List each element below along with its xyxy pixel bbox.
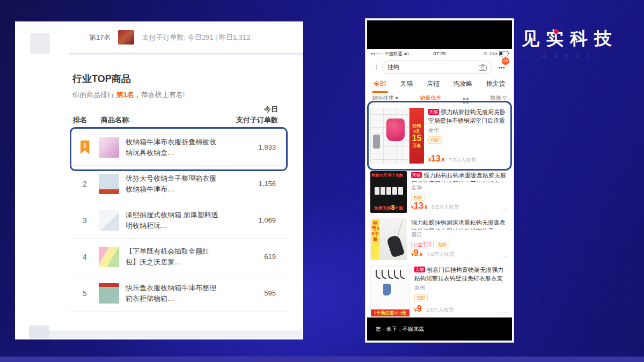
- sort-dropdown[interactable]: 综合排序 ▾: [372, 94, 398, 102]
- table-row: 3 泽熙抽屉式收纳箱 加厚塑料透明收纳柜玩… 1,069: [71, 202, 288, 238]
- top-products-table: 排名 商品名称 今日 支付子订单数 1 收纳箱牛津布衣服折叠棉被收纳玩具收纳盒……: [71, 104, 288, 312]
- caption-text: 第一拿下，不服来战: [376, 326, 424, 333]
- previous-order-stats: 支付子订单数: 今日291 | 昨日1,312: [142, 33, 250, 42]
- promo-banner: 2个装仅需12.9元: [371, 309, 409, 316]
- free-shipping-badge: 包邮: [414, 294, 428, 301]
- previous-product-thumbnail: [118, 30, 134, 45]
- section-divider: [69, 53, 303, 55]
- product-image: 承重20斤 坏了包换 加厚无痕8个装: [370, 171, 407, 213]
- rank-number: 2: [71, 180, 99, 188]
- search-results-list: 狂销 8月 15 万套 天猫强力粘胶挂钩无痕厨房卧室墙壁挂不锈钢浴室门后承重粘钩…: [367, 104, 512, 317]
- tmall-badge: 天猫: [411, 172, 422, 178]
- tab-all[interactable]: 全部: [374, 79, 386, 88]
- tmall-badge: 天猫: [414, 267, 425, 272]
- product-title: 泽熙抽屉式收纳箱 加厚塑料透明收纳柜玩…: [126, 210, 221, 231]
- promo-text: 承重20斤 坏了包换: [371, 173, 406, 178]
- product-title: 天猫强力粘胶挂钩无痕厨房卧室墙壁挂不锈钢浴室门后承重粘钩吸盘粘: [428, 108, 508, 125]
- product-title: 收纳箱牛津布衣服折叠棉被收纳玩具收纳盒…: [126, 137, 221, 158]
- product-title: 【下单既有机会抽取全额红包】沃之沃居家…: [126, 246, 221, 267]
- header-today-orders: 今日 支付子订单数: [214, 104, 288, 125]
- product-thumbnail: [99, 137, 119, 158]
- seller-location: 泉州: [414, 284, 508, 292]
- table-row: 1 收纳箱牛津布衣服折叠棉被收纳玩具收纳盒… 1,933: [71, 129, 288, 165]
- ranking-panel: 第17名 支付子订单数: 今日291 | 昨日1,312 行业TOP商品 你的商…: [15, 21, 303, 339]
- header-rank: 排名: [71, 115, 101, 125]
- clock-label: 07:29: [434, 51, 446, 56]
- product-title: 天猫强力粘钩挂钩承重吸盘粘胶无痕厨房钩子壁挂墙壁墙上不粘贴浴室: [411, 171, 508, 182]
- grid-view-icon[interactable]: [463, 98, 465, 100]
- search-bar: 〈 挂钩 ⋯ 25: [367, 58, 512, 76]
- free-shipping-badge: 包邮: [411, 194, 425, 201]
- brand-logo: 见实科技 JIANSHI: [522, 27, 618, 59]
- back-chevron-icon[interactable]: 〈: [371, 63, 378, 72]
- product-thumbnail: [99, 283, 119, 304]
- free-shipping-badge: 包邮: [436, 241, 449, 248]
- table-row: 5 快乐鱼衣服收纳箱牛津布整理箱衣柜储物箱… 595: [71, 275, 288, 312]
- table-row: 2 优芬大号收纳盒子整理箱衣服收纳箱牛津布… 1,156: [71, 165, 288, 202]
- rank-number: 5: [71, 289, 99, 298]
- seller-location: 宿迁: [411, 231, 508, 239]
- product-image: 狂销 8月 15 万套: [370, 108, 424, 164]
- slide: 第17名 支付子订单数: 今日291 | 昨日1,312 行业TOP商品 你的商…: [0, 0, 644, 362]
- charity-badge: 公益宝贝: [411, 241, 434, 248]
- subtitle-prefix: 你的商品排行: [72, 91, 116, 99]
- subtitle-suffix: 恭喜榜上有名!: [141, 91, 185, 99]
- rotation-lock-icon: ⊙: [483, 51, 487, 56]
- tab-tmall[interactable]: 天猫: [400, 79, 413, 88]
- table-row: 4 【下单既有机会抽取全额红包】沃之沃居家… 619: [71, 238, 288, 275]
- tab-strategy[interactable]: 淘攻略: [453, 79, 473, 88]
- price: ¥13.8: [428, 154, 444, 164]
- ellipsis-menu-icon[interactable]: ⋯: [499, 64, 506, 72]
- product-image: 2个装仅需12.9元: [370, 265, 410, 317]
- more-options-icon[interactable]: ⋯: [501, 206, 508, 213]
- free-shipping-badge: 包邮: [428, 136, 442, 144]
- more-options-icon[interactable]: ⋯: [501, 159, 508, 166]
- sort-by-sales[interactable]: 销量优先: [420, 94, 441, 102]
- section-subtitle: 你的商品排行 第1名，恭喜榜上有名!: [72, 90, 185, 100]
- logo-red-dot-icon: [554, 29, 559, 34]
- phone-screenshot: ●●○○○ 中国联通 4G 07:29 ⊙ 33% 〈 挂钩: [365, 18, 514, 343]
- tab-picks[interactable]: 挑尖货: [486, 79, 506, 88]
- product-card[interactable]: 狂销 8月 15 万套 天猫强力粘胶挂钩无痕厨房卧室墙壁挂不锈钢浴室门后承重粘钩…: [367, 104, 512, 167]
- previous-rank-label: 第17名: [89, 33, 111, 42]
- previous-rank-row: 第17名 支付子订单数: 今日291 | 昨日1,312: [89, 30, 251, 45]
- order-count: 1,156: [221, 180, 288, 188]
- more-menu-button[interactable]: ⋯ 25: [496, 63, 508, 72]
- table-header: 排名 商品名称 今日 支付子订单数: [71, 104, 288, 129]
- section-title: 行业TOP商品: [72, 72, 131, 85]
- product-thumbnail: [99, 247, 119, 267]
- order-count: 595: [221, 289, 288, 297]
- panel-footer-band: [29, 330, 302, 338]
- buyers-count: 5.5万人收货: [431, 204, 459, 211]
- buyers-count: 2.6万人收货: [426, 307, 453, 314]
- buyers-count: 4.8万人收货: [427, 251, 454, 258]
- status-bar: ●●○○○ 中国联通 4G 07:29 ⊙ 33%: [367, 49, 512, 58]
- tmall-badge: 天猫: [428, 109, 439, 115]
- battery-icon: [499, 51, 508, 56]
- product-thumbnail: [99, 210, 119, 231]
- rank-number: 4: [71, 253, 99, 261]
- more-options-icon[interactable]: ⋯: [501, 309, 508, 316]
- more-options-icon[interactable]: ⋯: [501, 253, 508, 260]
- product-card[interactable]: 巨亏30个装 强力粘胶挂钩厨房承重粘钩无痕吸盘门后墙壁墙上壁挂粘贴浴室钩子 宿迁…: [367, 215, 512, 262]
- tab-shops[interactable]: 店铺: [427, 79, 440, 88]
- background-particles: [0, 0, 1, 1]
- rank-1-ribbon-icon: 1: [80, 141, 90, 154]
- product-title: 快乐鱼衣服收纳箱牛津布整理箱衣柜储物箱…: [126, 283, 221, 304]
- promo-banner: 巨亏30个装: [371, 219, 379, 259]
- search-input[interactable]: 挂钩: [382, 61, 492, 74]
- battery-percent: 33%: [489, 51, 497, 56]
- search-query: 挂钩: [387, 63, 399, 71]
- sidebar-placeholder-top: [30, 33, 50, 54]
- subtitle-rank-highlight: 第1名，: [116, 91, 141, 99]
- product-thumbnail: [99, 174, 119, 194]
- logo-en-text: JIANSHI: [522, 53, 618, 59]
- header-product-name: 商品名称: [101, 115, 214, 125]
- phone-letterbox-top: [367, 20, 512, 49]
- product-card[interactable]: 承重20斤 坏了包换 加厚无痕8个装 天猫强力粘钩挂钩承重吸盘粘胶无痕厨房钩子壁…: [367, 167, 512, 215]
- sidebar-placeholder-bottom: [29, 326, 49, 338]
- seller-location: 金华: [411, 184, 508, 191]
- filter-button[interactable]: 筛选 ▽: [491, 94, 507, 102]
- camera-icon[interactable]: [479, 64, 487, 71]
- product-card[interactable]: 2个装仅需12.9元 天猫创意门后挂钩置物架无痕强力粘钩浴室挂衣钩壁挂免钉衣服衣…: [367, 262, 512, 317]
